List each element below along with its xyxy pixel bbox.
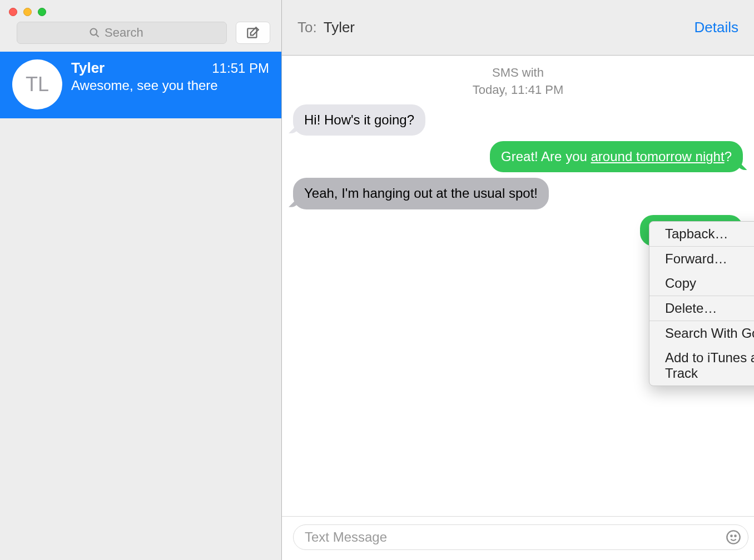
message-datalink[interactable]: around tomorrow night [591, 149, 725, 164]
fullscreen-window-button[interactable] [38, 8, 46, 16]
ctx-forward[interactable]: Forward… [649, 247, 754, 271]
message-text: Yeah, I'm hanging out at the usual spot! [304, 186, 538, 201]
svg-point-3 [727, 531, 740, 543]
conversation-name: Tyler [71, 59, 105, 77]
svg-point-5 [735, 536, 736, 537]
thread-meta-line2: Today, 11:41 PM [293, 82, 743, 99]
thread-meta-line1: SMS with [293, 64, 743, 82]
conversation-item[interactable]: TL Tyler 11:51 PM Awesome, see you there [0, 52, 281, 118]
search-input[interactable] [105, 26, 155, 40]
context-menu: Tapback… Forward… Copy Delete… Search Wi… [649, 221, 754, 386]
svg-point-4 [731, 536, 732, 537]
to-label: To: [297, 19, 317, 36]
message-row: Hi! How's it going? [293, 104, 743, 136]
ctx-add-itunes[interactable]: Add to iTunes as a Spoken Track [649, 346, 754, 386]
message-input[interactable] [293, 524, 748, 550]
message-row: Great! Are you around tomorrow night? [293, 141, 743, 172]
message-text: Hi! How's it going? [304, 112, 414, 127]
svg-point-0 [91, 29, 97, 36]
incoming-message-bubble[interactable]: Hi! How's it going? [293, 104, 425, 136]
message-row: Yeah, I'm hanging out at the usual spot! [293, 178, 743, 209]
ctx-copy[interactable]: Copy [649, 271, 754, 296]
window-controls [0, 0, 281, 22]
avatar-initials: TL [26, 73, 49, 96]
details-button[interactable]: Details [695, 19, 738, 36]
message-text-prefix: Great! Are you [501, 149, 591, 164]
conversation-list: TL Tyler 11:51 PM Awesome, see you there [0, 52, 281, 560]
conversation-pane: To: Tyler Details SMS with Today, 11:41 … [282, 0, 754, 560]
conversation-header: To: Tyler Details [282, 0, 754, 56]
conversation-meta: Tyler 11:51 PM Awesome, see you there [71, 59, 269, 109]
ctx-search-google[interactable]: Search With Google [649, 321, 754, 346]
close-window-button[interactable] [9, 8, 17, 16]
minimize-window-button[interactable] [23, 8, 32, 16]
compose-button[interactable] [236, 22, 270, 44]
svg-line-1 [96, 34, 99, 37]
sidebar: TL Tyler 11:51 PM Awesome, see you there [0, 0, 282, 560]
conversation-preview: Awesome, see you there [71, 78, 269, 93]
search-field[interactable] [17, 22, 227, 44]
incoming-message-bubble[interactable]: Yeah, I'm hanging out at the usual spot! [293, 178, 549, 209]
messages-window: TL Tyler 11:51 PM Awesome, see you there… [0, 0, 754, 560]
avatar: TL [12, 59, 62, 109]
ctx-tapback[interactable]: Tapback… [649, 222, 754, 246]
compose-bar [282, 516, 754, 560]
emoji-picker-button[interactable] [724, 528, 743, 547]
outgoing-message-bubble[interactable]: Great! Are you around tomorrow night? [490, 141, 743, 172]
ctx-delete[interactable]: Delete… [649, 296, 754, 321]
sidebar-toolbar [0, 22, 281, 52]
message-text-suffix: ? [725, 149, 732, 164]
to-value: Tyler [324, 19, 355, 36]
conversation-time: 11:51 PM [212, 61, 269, 76]
thread-meta: SMS with Today, 11:41 PM [293, 64, 743, 99]
search-icon [89, 27, 100, 38]
